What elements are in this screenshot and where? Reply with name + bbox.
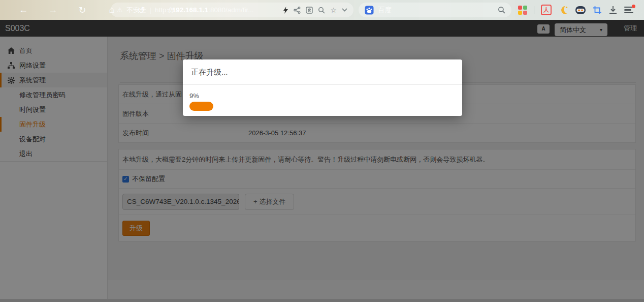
dialog-body: 9%: [183, 85, 462, 116]
translate-page-icon[interactable]: [306, 7, 313, 14]
dialog-title: 正在升级...: [183, 59, 462, 85]
forward-icon[interactable]: →: [48, 5, 58, 15]
address-separator: |: [150, 6, 151, 14]
not-secure-label: 不安全: [126, 6, 146, 15]
pdf-extension-icon[interactable]: 人: [541, 5, 552, 15]
upgrade-progress-dialog: 正在升级... 9%: [183, 59, 462, 116]
flash-icon[interactable]: [283, 7, 288, 14]
screenshot-crop-icon[interactable]: [593, 6, 602, 15]
night-mode-moon-icon[interactable]: [558, 5, 568, 15]
screen: ← → ↻ ⌂ ↺ ☆ ⚠ 不安全 | http://192.168.1.1:8…: [0, 0, 644, 302]
address-bar-icons: ☆: [283, 7, 347, 14]
search-box[interactable]: 百度: [359, 3, 511, 17]
bookmark-star-icon[interactable]: ☆: [330, 7, 337, 14]
download-icon[interactable]: [608, 6, 618, 14]
notification-dot: [632, 5, 635, 8]
browser-toolbar: ← → ↻ ⌂ ↺ ☆ ⚠ 不安全 | http://192.168.1.1:8…: [0, 0, 644, 20]
search-placeholder: 百度: [378, 6, 392, 15]
browser-menu-icon[interactable]: [624, 7, 633, 14]
address-bar[interactable]: ⚠ 不安全 | http://192.168.1.1:8080/adm/fir.…: [111, 3, 353, 17]
ai-robot-icon[interactable]: [575, 5, 586, 15]
apps-grid-icon[interactable]: [518, 6, 527, 15]
chevron-down-icon[interactable]: [342, 8, 347, 12]
progress-bar: [189, 102, 456, 111]
browser-extensions: 人: [518, 0, 633, 20]
refresh-icon[interactable]: ↻: [77, 5, 87, 16]
progress-percent-label: 9%: [189, 92, 456, 100]
toolbar-divider: [534, 6, 534, 14]
not-secure-warning-icon: ⚠: [117, 6, 123, 14]
find-icon[interactable]: [318, 7, 325, 14]
share-icon[interactable]: [294, 7, 301, 14]
baidu-logo-icon: [365, 6, 374, 15]
progress-bar-fill: [189, 102, 213, 111]
search-icon[interactable]: [498, 6, 505, 14]
url-text[interactable]: http://192.168.1.1:8080/adm/fir...: [155, 6, 253, 14]
back-icon[interactable]: ←: [18, 5, 28, 15]
